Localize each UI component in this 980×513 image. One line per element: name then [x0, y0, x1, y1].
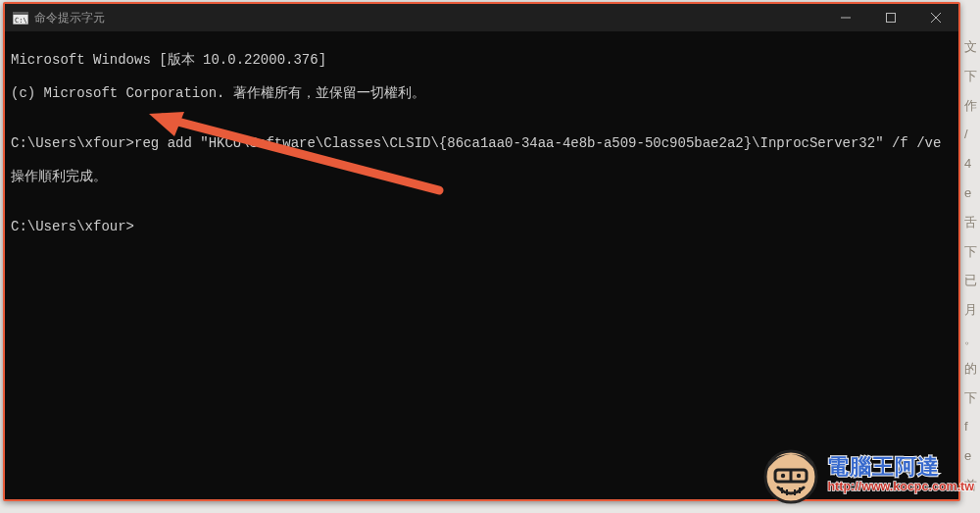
terminal-prompt: C:\Users\xfour>	[11, 219, 953, 235]
cmd-icon: C:\	[13, 11, 28, 25]
window-title: 命令提示字元	[34, 10, 105, 26]
svg-rect-4	[887, 14, 896, 23]
titlebar[interactable]: C:\ 命令提示字元	[5, 4, 958, 31]
terminal-line: 操作順利完成。	[11, 169, 953, 185]
background-page-fragment: 文下作/4e舌下已月。的下fe首	[964, 33, 980, 499]
terminal-content[interactable]: Microsoft Windows [版本 10.0.22000.376] (c…	[5, 31, 958, 499]
terminal-line: C:\Users\xfour>reg add "HKCU\Software\Cl…	[11, 135, 953, 152]
close-button[interactable]	[913, 4, 958, 31]
svg-rect-1	[13, 12, 28, 15]
minimize-button[interactable]	[823, 4, 868, 31]
terminal-line: Microsoft Windows [版本 10.0.22000.376]	[11, 52, 953, 69]
terminal-line: (c) Microsoft Corporation. 著作權所有，並保留一切權利…	[11, 85, 953, 102]
command-prompt-window: C:\ 命令提示字元 Microsoft Windows [版本 10.0.22…	[3, 2, 960, 501]
svg-text:C:\: C:\	[15, 17, 27, 25]
maximize-button[interactable]	[868, 4, 913, 31]
